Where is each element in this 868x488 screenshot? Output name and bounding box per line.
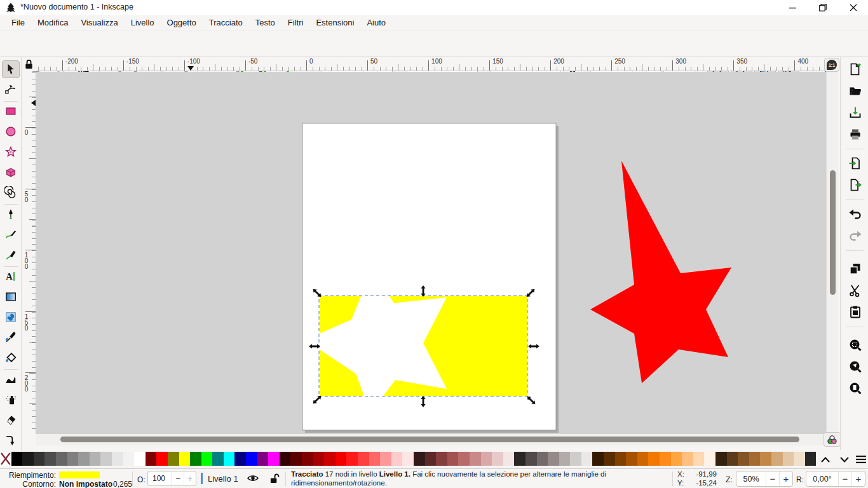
swatch-5c3a1a[interactable] — [727, 452, 738, 466]
swatch-948a8a[interactable] — [548, 452, 559, 466]
swatch-5c2929[interactable] — [425, 452, 437, 466]
swatch-262626[interactable] — [805, 452, 817, 466]
swatch-800000[interactable] — [302, 452, 313, 466]
swatch-d9a8a8[interactable] — [481, 452, 492, 466]
swatch-ff8c1a[interactable] — [660, 452, 671, 466]
menu-oggetto[interactable]: Oggetto — [161, 17, 203, 29]
swatch-a35252[interactable] — [447, 452, 459, 466]
swatch-ff1a1a[interactable] — [346, 452, 358, 466]
stroke-value[interactable]: Non impostato — [59, 480, 112, 488]
swatch-008000[interactable] — [190, 452, 201, 466]
swatch-d1cccc[interactable] — [570, 452, 581, 466]
swatch-f2f2f2[interactable] — [123, 452, 135, 466]
swatch-999999[interactable] — [78, 452, 90, 466]
guide-lock-icon[interactable] — [22, 57, 36, 71]
swatch-808080[interactable] — [67, 452, 79, 466]
zoom-correction-button[interactable]: 1:1 — [824, 58, 839, 72]
swatch-f5e6e6[interactable] — [503, 452, 515, 466]
menu-filtri[interactable]: Filtri — [281, 17, 310, 29]
swatch-000000[interactable] — [11, 452, 23, 466]
layer-selector[interactable]: Livello 1 — [208, 474, 238, 484]
pencil-tool[interactable] — [2, 226, 20, 243]
swatch-none[interactable] — [0, 452, 11, 466]
calligraphy-tool[interactable] — [2, 246, 20, 264]
swatch-00ff00[interactable] — [201, 452, 213, 466]
swatch-666666[interactable] — [56, 452, 67, 466]
color-managed-view-toggle[interactable] — [824, 432, 841, 447]
swatch-4d4d4d[interactable] — [44, 452, 56, 466]
swatch-fff2e6[interactable] — [704, 452, 715, 466]
menu-visualizza[interactable]: Visualizza — [74, 17, 124, 29]
paste-button[interactable] — [846, 302, 865, 322]
swatch-a36b33[interactable] — [749, 452, 761, 466]
swatch-ff6666[interactable] — [369, 452, 381, 466]
swatch-a65200[interactable] — [626, 452, 637, 466]
cut-button[interactable] — [846, 281, 865, 300]
swatch-800080[interactable] — [257, 452, 269, 466]
menu-aiuto[interactable]: Aiuto — [360, 17, 392, 29]
rectangle-tool[interactable] — [2, 102, 20, 120]
zoom-spinbox[interactable]: 50% − + — [736, 471, 793, 487]
swatch-f20000[interactable] — [336, 452, 347, 466]
increment-icon[interactable]: + — [779, 471, 792, 486]
duplicate-button[interactable] — [846, 259, 865, 278]
swatch-c98989[interactable] — [470, 452, 481, 466]
zoom-page-button[interactable] — [846, 379, 865, 398]
eraser-tool[interactable] — [2, 411, 20, 429]
swatch-e6e6e6[interactable] — [112, 452, 123, 466]
zoom-drawing-button[interactable] — [846, 357, 865, 376]
swatch-0000ff[interactable] — [246, 452, 257, 466]
import-button[interactable] — [846, 154, 865, 173]
spiral-tool[interactable] — [2, 184, 20, 201]
rotation-spinbox[interactable]: 0,00° − + — [806, 471, 865, 487]
box3d-tool[interactable] — [2, 163, 20, 181]
swatch-f0e0cc[interactable] — [794, 452, 805, 466]
swatch-b3aaaa[interactable] — [559, 452, 571, 466]
menu-file[interactable]: File — [5, 17, 31, 29]
swatch-ffe6e6[interactable] — [402, 452, 414, 466]
minimize-button[interactable] — [778, 0, 807, 15]
red-star-shape[interactable] — [590, 161, 731, 383]
selector-tool[interactable] — [2, 60, 20, 78]
swatch-e8c9c9[interactable] — [492, 452, 503, 466]
swatch-e3c7a6[interactable] — [783, 452, 794, 466]
rotation-value[interactable]: 0,00° — [806, 471, 838, 486]
swatch-1a1a1a[interactable] — [22, 452, 34, 466]
spray-tool[interactable] — [2, 391, 20, 409]
swatch-592d00[interactable] — [604, 452, 615, 466]
star-tool[interactable] — [2, 143, 20, 161]
swatch-ffd9b3[interactable] — [693, 452, 705, 466]
swatch-f27900[interactable] — [648, 452, 660, 466]
horizontal-ruler[interactable]: -200-150-100-50050100150200250300350400 — [36, 57, 826, 71]
swatch-808000[interactable] — [168, 452, 179, 466]
swatch-800000[interactable] — [146, 452, 157, 466]
text-tool[interactable]: A — [2, 268, 20, 285]
restore-button[interactable] — [808, 0, 837, 15]
swatch-c28747[interactable] — [760, 452, 771, 466]
swatch-ffcccc[interactable] — [391, 452, 403, 466]
redo-button[interactable] — [846, 226, 865, 245]
vertical-scrollbar[interactable] — [826, 72, 838, 434]
swatch-ebe8e8[interactable] — [581, 452, 593, 466]
swatch-ff0000[interactable] — [156, 452, 168, 466]
new-document-button[interactable] — [846, 60, 865, 79]
menu-testo[interactable]: Testo — [249, 17, 281, 29]
pen-tool[interactable] — [2, 205, 20, 223]
increment-icon[interactable]: + — [851, 471, 865, 486]
swatch-331a1a[interactable] — [414, 452, 425, 466]
dropper-tool[interactable] — [2, 329, 20, 346]
swatch-853d3d[interactable] — [436, 452, 447, 466]
swatch-a60000[interactable] — [313, 452, 325, 466]
palette-scroll-up-icon[interactable] — [817, 452, 834, 466]
swatch-d4a979[interactable] — [771, 452, 783, 466]
swatch-330000[interactable] — [280, 452, 291, 466]
node-editor-tool[interactable] — [2, 81, 20, 98]
zoom-value[interactable]: 50% — [736, 471, 766, 486]
swatch-804000[interactable] — [615, 452, 627, 466]
opacity-spinbox[interactable]: 100 − + — [147, 471, 196, 486]
ellipse-tool[interactable] — [2, 123, 20, 140]
vertical-ruler[interactable]: 050100150200250 — [22, 72, 36, 434]
horizontal-scrollbar-thumb[interactable] — [60, 437, 799, 442]
menu-modifica[interactable]: Modifica — [31, 17, 74, 29]
palette-menu-icon[interactable] — [853, 452, 868, 466]
